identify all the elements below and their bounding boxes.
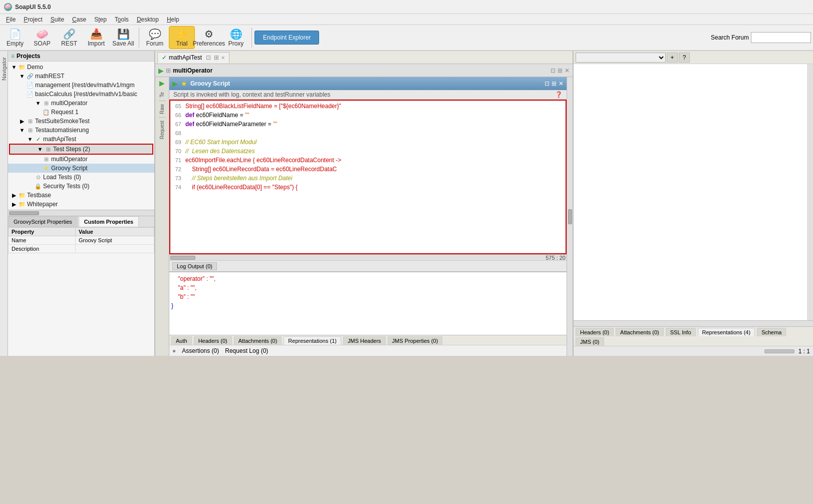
script-restore-icon[interactable]: ⊡ [545,80,550,87]
tab-jms-headers[interactable]: JMS Headers [343,336,386,345]
mathApiTest-label: mathApiTest [42,136,76,143]
tree-mathREST[interactable]: ▼ 🔗 mathREST [8,72,154,81]
tab-close-icon[interactable]: ✕ [221,55,225,61]
side-raw-label[interactable]: Raw [159,104,165,114]
multiop-close-icon[interactable]: ✕ [565,67,570,74]
multiop-max-icon[interactable]: ⊞ [558,67,563,74]
toolbar-proxy-btn[interactable]: 🌐 Proxy [223,26,249,49]
toolbar-rest-btn[interactable]: 🔗 REST [56,26,82,49]
menu-case[interactable]: Case [68,15,90,24]
menu-tools[interactable]: Tools [111,15,133,24]
menu-desktop[interactable]: Desktop [133,15,163,24]
tree-testAuto[interactable]: ▼ ⊞ Testautomatisierung [8,126,154,135]
tab-r-headers-0[interactable]: Headers (0) [576,328,614,336]
menu-project[interactable]: Project [20,15,46,24]
side-te-label[interactable]: Te [159,92,165,98]
testbase-folder-icon: 📁 [18,191,26,199]
tab-r-jms-0[interactable]: JMS (0) [576,337,604,346]
script-max-icon[interactable]: ⊞ [552,80,557,87]
tree-multiOperator[interactable]: ▼ ⊞ multiOperator [8,99,154,108]
menu-file[interactable]: File [2,15,20,24]
resp-content-2: "a" : "", [171,283,565,292]
menu-suite[interactable]: Suite [47,15,68,24]
groovy-props-tab[interactable]: GroovyScript Properties [8,216,78,227]
toolbar-empty-btn[interactable]: 📄 Empty [2,26,28,49]
projects-title: Projects [17,53,40,60]
tree-whitepaper[interactable]: ▶ 📁 Whitepaper [8,200,154,209]
bottom-tabs-left: Auth Headers (0) Attachments (0) Represe… [169,335,567,345]
search-forum-input[interactable] [751,32,811,43]
toolbar-preferences-btn[interactable]: ⚙ Preferences [196,26,222,49]
endpoint-explorer-btn[interactable]: Endpoint Explorer [254,31,319,45]
tree-loadTests[interactable]: ⊙ Load Tests (0) [8,173,154,182]
prop-tabs: GroovyScript Properties Custom Propertie… [8,216,154,227]
response-code-area[interactable]: "operator" : "", "a" : "", "b" : "" } [169,272,567,335]
trial-icon: ⚡ [176,28,188,40]
tab-mathApiTest[interactable]: ✓ mathApiTest ⊡ ⊞ ✕ [157,52,229,63]
tree-multiOpStep[interactable]: ⊞ multiOperator [8,155,154,164]
tree-testSteps[interactable]: ▼ ⊞ Test Steps (2) [9,144,153,155]
tab-r-attachments-0[interactable]: Attachments (0) [616,328,664,336]
toolbar-trial-btn[interactable]: ⚡ Trial [169,26,195,49]
toolbar-import-btn[interactable]: 📥 Import [83,26,109,49]
management-label: management [/rest/dev/math/v1/mgm [34,82,135,89]
navigator-panel: Navigator [0,51,8,356]
toolbar-soap-btn[interactable]: 🧼 SOAP [29,26,55,49]
multiop-restore-icon[interactable]: ⊡ [551,67,556,74]
multiop-window-controls: ⊡ ⊞ ✕ [551,67,570,74]
tree-groovyScript[interactable]: ★ Groovy Script [8,164,154,173]
tab-restore-icon[interactable]: ⊡ [206,54,211,61]
tab-headers-0[interactable]: Headers (0) [194,336,232,345]
tree-securityTests[interactable]: 🔒 Security Tests (0) [8,182,154,191]
right-response-area[interactable] [574,64,813,320]
response-format-select[interactable] [576,53,666,63]
tab-r-ssl-info[interactable]: SSL Info [666,328,696,336]
assertions-label[interactable]: Assertions (0) [182,347,219,354]
tab-r-schema[interactable]: Schema [757,328,786,336]
toolbar-forum-btn[interactable]: 💬 Forum [142,26,168,49]
tab-jms-props-0[interactable]: JMS Properties (0) [388,336,443,345]
add-btn[interactable]: + [667,53,678,63]
sidebar-scrollbar-h[interactable] [8,210,154,216]
resp-scroll-thumb [764,349,794,353]
side-request-label[interactable]: Request [159,121,165,139]
resp-line-4: } [171,301,565,310]
tree-testbase[interactable]: ▶ 📁 Testbase [8,191,154,200]
side-play-icon[interactable]: ▶ [159,79,165,87]
properties-panel: GroovyScript Properties Custom Propertie… [8,216,154,356]
right-scrollbar-h[interactable] [574,320,813,326]
toolbar-save-all-btn[interactable]: 💾 Save All [110,26,136,49]
code-editor[interactable]: 65 String[] ec60BlackListFieldName = ["$… [169,100,567,254]
custom-props-tab[interactable]: Custom Properties [79,216,139,227]
help-btn[interactable]: ? [679,53,690,63]
request-log-label[interactable]: Request Log (0) [225,347,268,354]
prop-table: Property Value Name Groovy Script Descri… [8,227,154,253]
tab-auth[interactable]: Auth [171,336,192,345]
tab-r-representations-4[interactable]: Representations (4) [698,328,755,336]
script-window-controls: ⊡ ⊞ ✕ [545,80,564,87]
right-scrollbar-groovy[interactable] [567,77,573,356]
tree-request1[interactable]: 📋 Request 1 [8,108,154,117]
code-content-73: // Steps bereitstellen aus Import Datei [185,174,565,183]
code-scrollbar-h[interactable]: 575 : 20 [169,254,567,260]
tree-basicCalculus[interactable]: 📄 basicCalculus [/rest/dev/math/v1/basic [8,90,154,99]
whitepaper-expand-icon: ▶ [10,200,18,208]
tree-mathApiTest[interactable]: ▼ ✓ mathApiTest [8,135,154,144]
menu-help[interactable]: Help [163,15,183,24]
tab-attachments-0[interactable]: Attachments (0) [234,336,282,345]
script-play-icon[interactable]: ▶ [172,80,178,88]
help-icon[interactable]: ❓ [555,91,563,98]
tree-testSuiteSmoke[interactable]: ▶ ⊞ TestSuiteSmokeTest [8,117,154,126]
groovyScript-icon: ★ [42,164,50,172]
tree-management[interactable]: 📄 management [/rest/dev/math/v1/mgm [8,81,154,90]
tab-max-icon[interactable]: ⊞ [214,54,219,61]
play-icon[interactable]: ▶ [158,67,164,75]
prop-row-description[interactable]: Description [9,245,154,253]
prop-row-name[interactable]: Name Groovy Script [9,236,154,245]
tab-representations-1[interactable]: Representations (1) [284,336,341,345]
tree-demo[interactable]: ▼ 📁 Demo [8,63,154,72]
script-header: ▶ ★ Groovy Script ⊡ ⊞ ✕ [169,77,567,90]
script-close-icon[interactable]: ✕ [559,80,564,87]
menu-step[interactable]: Step [90,15,111,24]
log-output-btn[interactable]: Log Output (0) [172,262,217,270]
